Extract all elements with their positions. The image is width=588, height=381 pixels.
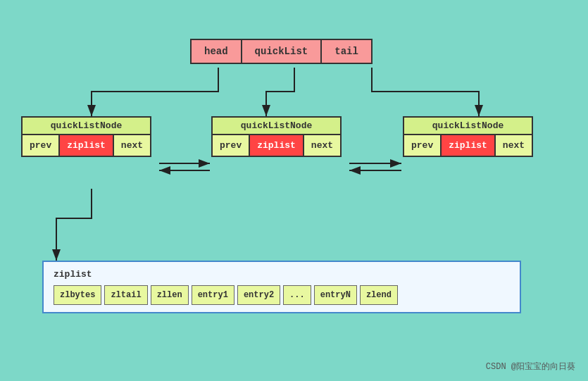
node1-title: quickListNode	[23, 118, 150, 135]
node2-next: next	[304, 135, 340, 156]
node3-fields: prev ziplist next	[404, 135, 532, 156]
node2: quickListNode prev ziplist next	[211, 116, 342, 157]
node3-next: next	[496, 135, 532, 156]
quicklist-head: head	[192, 40, 242, 63]
node1-ziplist: ziplist	[60, 135, 114, 156]
ziplist-title: ziplist	[54, 269, 510, 280]
zl-entry2: entry2	[237, 285, 280, 305]
quicklist-tail: tail	[322, 40, 371, 63]
quicklist-box: head quickList tail	[190, 39, 373, 64]
node2-fields: prev ziplist next	[213, 135, 340, 156]
node2-ziplist: ziplist	[250, 135, 304, 156]
quicklist-name: quickList	[242, 40, 323, 63]
node1-next: next	[114, 135, 150, 156]
zl-entry1: entry1	[192, 285, 234, 305]
ziplist-box: ziplist zlbytes zltail zllen entry1 entr…	[42, 261, 521, 313]
node2-title: quickListNode	[213, 118, 340, 135]
node3-prev: prev	[404, 135, 442, 156]
watermark: CSDN @阳宝宝的向日葵	[486, 361, 575, 373]
node3-title: quickListNode	[404, 118, 532, 135]
node1-prev: prev	[23, 135, 60, 156]
ziplist-fields: zlbytes zltail zllen entry1 entry2 ... e…	[54, 285, 510, 305]
zl-zltail: zltail	[104, 285, 147, 305]
node3: quickListNode prev ziplist next	[403, 116, 533, 157]
node1-box: quickListNode prev ziplist next	[21, 116, 151, 157]
zl-ellipsis: ...	[283, 285, 311, 305]
node3-box: quickListNode prev ziplist next	[403, 116, 533, 157]
node2-box: quickListNode prev ziplist next	[211, 116, 342, 157]
zl-entryN: entryN	[314, 285, 357, 305]
node3-ziplist: ziplist	[442, 135, 496, 156]
node1: quickListNode prev ziplist next	[21, 116, 151, 157]
zl-zlend: zlend	[360, 285, 398, 305]
zl-zlbytes: zlbytes	[54, 285, 101, 305]
node2-prev: prev	[213, 135, 250, 156]
node1-fields: prev ziplist next	[23, 135, 150, 156]
zl-zllen: zllen	[151, 285, 189, 305]
